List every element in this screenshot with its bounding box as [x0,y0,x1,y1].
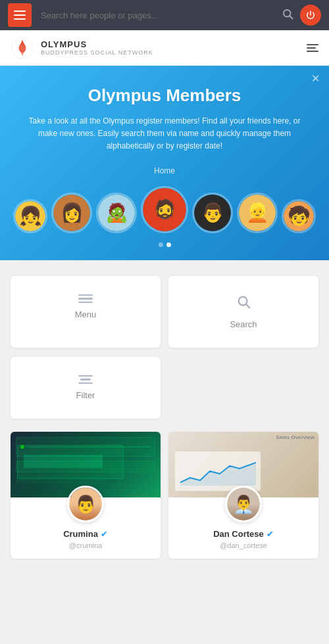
content-area: Menu Search Filter [0,260,329,575]
brand-left: OLYMPUS BUDDYPRESS SOCIAL NETWORK [11,36,153,60]
member-name-crumina: Crumina [63,529,98,539]
member-name-row-crumina: Crumina ✔ [63,529,108,539]
hero-section: ✕ Olympus Members Take a look at all the… [0,66,329,260]
hero-avatar-1: 👩 [51,193,92,233]
hero-dot-1[interactable] [166,242,171,247]
member-info-crumina: 👨 Crumina ✔ @crumina [11,478,161,559]
hero-description: Take a look at all the Olympus register … [26,115,303,153]
svg-point-0 [284,10,291,17]
hero-title: Olympus Members [13,85,316,106]
verified-icon-crumina: ✔ [101,529,108,539]
svg-point-5 [19,43,26,52]
member-name-dan: Dan Cortese [213,529,264,539]
filter-row: Filter [11,357,318,419]
search-icon[interactable] [282,8,293,23]
menu-label: Menu [75,310,97,319]
hero-avatar-5: 👱 [237,193,278,233]
hero-avatar-4: 👨 [192,193,233,233]
svg-line-1 [290,16,293,18]
avatar-crumina: 👨 [67,486,104,522]
hero-avatars: 👧 👩 🧟 🧔 👨 👱 🧒 [13,186,316,233]
hero-dot-0[interactable] [159,242,163,247]
member-info-dan: 👨‍💼 Dan Cortese ✔ @dan_cortese [168,478,318,559]
verified-icon-dan: ✔ [266,529,274,539]
svg-line-7 [247,304,250,308]
search-label: Search [230,319,257,329]
filter-label: Filter [76,390,95,400]
search-card[interactable]: Search [168,276,318,348]
hero-avatar-2: 🧟 [96,193,137,233]
brand-logo-icon [11,36,34,60]
avatar-dan: 👨‍💼 [225,486,262,522]
member-card-dan[interactable]: Sales Overview 👨‍💼 Dan Cortese ✔ @dan_co… [168,432,318,559]
brand-sub: BUDDYPRESS SOCIAL NETWORK [41,49,153,56]
svg-point-6 [239,296,247,305]
menu-icon [78,294,93,304]
brand-bar: OLYMPUS BUDDYPRESS SOCIAL NETWORK [0,30,329,66]
hero-avatar-6: 🧒 [282,199,316,233]
search-action-icon [236,294,251,313]
member-grid: 👨 Crumina ✔ @crumina Sales Overview [11,432,318,559]
member-handle-dan: @dan_cortese [220,541,267,549]
search-input[interactable] [38,7,275,24]
hero-close-button[interactable]: ✕ [311,72,320,85]
filter-card[interactable]: Filter [11,357,161,419]
hero-avatar-0: 👧 [13,199,47,233]
hero-dots [13,242,316,247]
hamburger-button[interactable] [8,3,32,27]
filter-icon [78,375,93,384]
brand-text: OLYMPUS BUDDYPRESS SOCIAL NETWORK [41,39,153,56]
action-grid: Menu Search [11,276,318,348]
member-name-row-dan: Dan Cortese ✔ [213,529,274,539]
brand-menu-icon[interactable] [307,44,318,52]
member-card-crumina[interactable]: 👨 Crumina ✔ @crumina [11,432,161,559]
brand-name: OLYMPUS [41,39,153,49]
menu-card[interactable]: Menu [11,276,161,348]
breadcrumb: Home [13,166,316,175]
hero-avatar-3: 🧔 [141,186,188,233]
power-button[interactable] [300,5,321,26]
top-nav [0,0,329,30]
member-handle-crumina: @crumina [69,541,102,549]
